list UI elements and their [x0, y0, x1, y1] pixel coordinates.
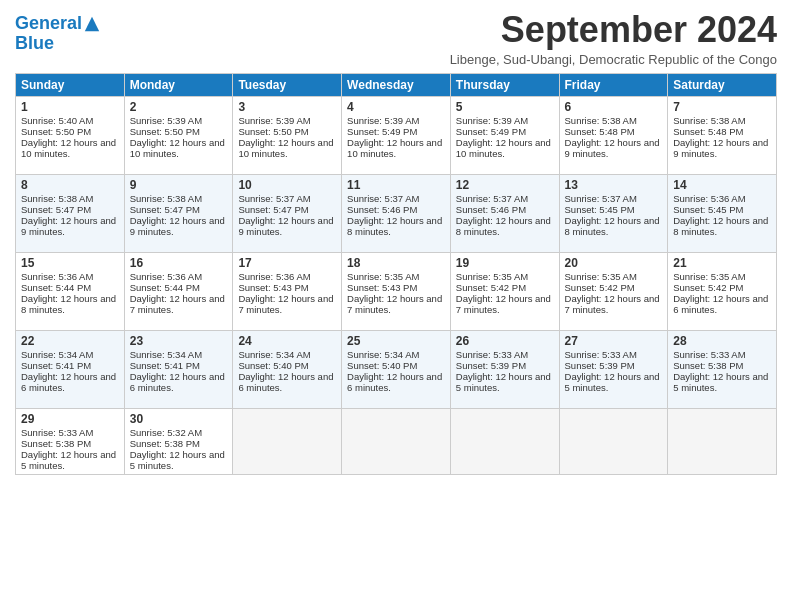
- daylight-label: Daylight: 12 hours and 6 minutes.: [130, 371, 225, 393]
- sunrise-label: Sunrise: 5:38 AM: [565, 115, 637, 126]
- daylight-label: Daylight: 12 hours and 8 minutes.: [673, 215, 768, 237]
- calendar-day-cell: 20 Sunrise: 5:35 AM Sunset: 5:42 PM Dayl…: [559, 252, 668, 330]
- calendar-day-cell: 29 Sunrise: 5:33 AM Sunset: 5:38 PM Dayl…: [16, 408, 125, 474]
- calendar-day-cell: 1 Sunrise: 5:40 AM Sunset: 5:50 PM Dayli…: [16, 96, 125, 174]
- col-friday: Friday: [559, 73, 668, 96]
- col-wednesday: Wednesday: [342, 73, 451, 96]
- daylight-label: Daylight: 12 hours and 9 minutes.: [21, 215, 116, 237]
- sunset-label: Sunset: 5:39 PM: [456, 360, 526, 371]
- sunrise-label: Sunrise: 5:35 AM: [456, 271, 528, 282]
- col-sunday: Sunday: [16, 73, 125, 96]
- sunset-label: Sunset: 5:47 PM: [238, 204, 308, 215]
- calendar-day-cell: 21 Sunrise: 5:35 AM Sunset: 5:42 PM Dayl…: [668, 252, 777, 330]
- sunrise-label: Sunrise: 5:34 AM: [130, 349, 202, 360]
- sunrise-label: Sunrise: 5:37 AM: [565, 193, 637, 204]
- sunset-label: Sunset: 5:45 PM: [565, 204, 635, 215]
- sunset-label: Sunset: 5:47 PM: [130, 204, 200, 215]
- calendar-day-cell: [668, 408, 777, 474]
- calendar-day-cell: 16 Sunrise: 5:36 AM Sunset: 5:44 PM Dayl…: [124, 252, 233, 330]
- day-number: 17: [238, 256, 336, 270]
- daylight-label: Daylight: 12 hours and 5 minutes.: [456, 371, 551, 393]
- sunset-label: Sunset: 5:42 PM: [673, 282, 743, 293]
- sunrise-label: Sunrise: 5:33 AM: [21, 427, 93, 438]
- daylight-label: Daylight: 12 hours and 9 minutes.: [673, 137, 768, 159]
- calendar-day-cell: 28 Sunrise: 5:33 AM Sunset: 5:38 PM Dayl…: [668, 330, 777, 408]
- sunset-label: Sunset: 5:46 PM: [456, 204, 526, 215]
- daylight-label: Daylight: 12 hours and 6 minutes.: [21, 371, 116, 393]
- day-number: 16: [130, 256, 228, 270]
- day-number: 12: [456, 178, 554, 192]
- sunset-label: Sunset: 5:48 PM: [565, 126, 635, 137]
- daylight-label: Daylight: 12 hours and 10 minutes.: [456, 137, 551, 159]
- daylight-label: Daylight: 12 hours and 7 minutes.: [238, 293, 333, 315]
- sunrise-label: Sunrise: 5:36 AM: [238, 271, 310, 282]
- day-number: 10: [238, 178, 336, 192]
- calendar-day-cell: 5 Sunrise: 5:39 AM Sunset: 5:49 PM Dayli…: [450, 96, 559, 174]
- calendar-week-row: 1 Sunrise: 5:40 AM Sunset: 5:50 PM Dayli…: [16, 96, 777, 174]
- day-number: 14: [673, 178, 771, 192]
- sunrise-label: Sunrise: 5:39 AM: [130, 115, 202, 126]
- daylight-label: Daylight: 12 hours and 9 minutes.: [565, 137, 660, 159]
- daylight-label: Daylight: 12 hours and 6 minutes.: [238, 371, 333, 393]
- daylight-label: Daylight: 12 hours and 6 minutes.: [347, 371, 442, 393]
- sunrise-label: Sunrise: 5:35 AM: [565, 271, 637, 282]
- sunset-label: Sunset: 5:50 PM: [130, 126, 200, 137]
- day-number: 29: [21, 412, 119, 426]
- sunset-label: Sunset: 5:49 PM: [347, 126, 417, 137]
- sunrise-label: Sunrise: 5:36 AM: [21, 271, 93, 282]
- calendar-day-cell: [233, 408, 342, 474]
- day-number: 24: [238, 334, 336, 348]
- page: General Blue September 2024 Libenge, Sud…: [0, 0, 792, 612]
- logo: General Blue: [15, 14, 101, 54]
- sunset-label: Sunset: 5:40 PM: [238, 360, 308, 371]
- daylight-label: Daylight: 12 hours and 5 minutes.: [21, 449, 116, 471]
- calendar-day-cell: 2 Sunrise: 5:39 AM Sunset: 5:50 PM Dayli…: [124, 96, 233, 174]
- header: General Blue September 2024 Libenge, Sud…: [15, 10, 777, 67]
- sunrise-label: Sunrise: 5:34 AM: [21, 349, 93, 360]
- sunset-label: Sunset: 5:50 PM: [238, 126, 308, 137]
- calendar-day-cell: 11 Sunrise: 5:37 AM Sunset: 5:46 PM Dayl…: [342, 174, 451, 252]
- daylight-label: Daylight: 12 hours and 5 minutes.: [130, 449, 225, 471]
- calendar-day-cell: 22 Sunrise: 5:34 AM Sunset: 5:41 PM Dayl…: [16, 330, 125, 408]
- calendar-day-cell: [450, 408, 559, 474]
- sunrise-label: Sunrise: 5:37 AM: [456, 193, 528, 204]
- daylight-label: Daylight: 12 hours and 10 minutes.: [130, 137, 225, 159]
- title-block: September 2024 Libenge, Sud-Ubangi, Demo…: [450, 10, 777, 67]
- calendar-day-cell: 7 Sunrise: 5:38 AM Sunset: 5:48 PM Dayli…: [668, 96, 777, 174]
- sunset-label: Sunset: 5:41 PM: [130, 360, 200, 371]
- calendar-day-cell: 13 Sunrise: 5:37 AM Sunset: 5:45 PM Dayl…: [559, 174, 668, 252]
- day-number: 19: [456, 256, 554, 270]
- sunrise-label: Sunrise: 5:36 AM: [673, 193, 745, 204]
- sunrise-label: Sunrise: 5:38 AM: [673, 115, 745, 126]
- calendar-day-cell: 26 Sunrise: 5:33 AM Sunset: 5:39 PM Dayl…: [450, 330, 559, 408]
- calendar-day-cell: 25 Sunrise: 5:34 AM Sunset: 5:40 PM Dayl…: [342, 330, 451, 408]
- sunset-label: Sunset: 5:38 PM: [673, 360, 743, 371]
- sunset-label: Sunset: 5:42 PM: [456, 282, 526, 293]
- day-number: 8: [21, 178, 119, 192]
- sunrise-label: Sunrise: 5:35 AM: [347, 271, 419, 282]
- sunrise-label: Sunrise: 5:36 AM: [130, 271, 202, 282]
- sunrise-label: Sunrise: 5:40 AM: [21, 115, 93, 126]
- calendar-week-row: 8 Sunrise: 5:38 AM Sunset: 5:47 PM Dayli…: [16, 174, 777, 252]
- sunrise-label: Sunrise: 5:38 AM: [130, 193, 202, 204]
- daylight-label: Daylight: 12 hours and 8 minutes.: [21, 293, 116, 315]
- day-number: 26: [456, 334, 554, 348]
- calendar-header-row: Sunday Monday Tuesday Wednesday Thursday…: [16, 73, 777, 96]
- col-saturday: Saturday: [668, 73, 777, 96]
- sunrise-label: Sunrise: 5:33 AM: [673, 349, 745, 360]
- sunset-label: Sunset: 5:42 PM: [565, 282, 635, 293]
- calendar-day-cell: 6 Sunrise: 5:38 AM Sunset: 5:48 PM Dayli…: [559, 96, 668, 174]
- sunrise-label: Sunrise: 5:37 AM: [347, 193, 419, 204]
- day-number: 13: [565, 178, 663, 192]
- sunset-label: Sunset: 5:50 PM: [21, 126, 91, 137]
- daylight-label: Daylight: 12 hours and 5 minutes.: [565, 371, 660, 393]
- daylight-label: Daylight: 12 hours and 7 minutes.: [565, 293, 660, 315]
- sunrise-label: Sunrise: 5:39 AM: [347, 115, 419, 126]
- daylight-label: Daylight: 12 hours and 10 minutes.: [238, 137, 333, 159]
- daylight-label: Daylight: 12 hours and 10 minutes.: [347, 137, 442, 159]
- subtitle: Libenge, Sud-Ubangi, Democratic Republic…: [450, 52, 777, 67]
- svg-marker-0: [85, 17, 99, 31]
- calendar-day-cell: 10 Sunrise: 5:37 AM Sunset: 5:47 PM Dayl…: [233, 174, 342, 252]
- day-number: 1: [21, 100, 119, 114]
- calendar-day-cell: 18 Sunrise: 5:35 AM Sunset: 5:43 PM Dayl…: [342, 252, 451, 330]
